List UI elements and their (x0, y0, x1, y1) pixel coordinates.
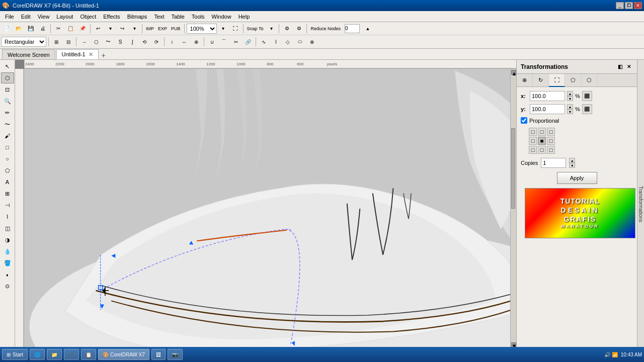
straight-btn[interactable]: ⌇ (270, 36, 281, 47)
transform-mirror-tab[interactable]: ⬡ (581, 74, 597, 87)
menu-bitmaps[interactable]: Bitmaps (124, 13, 150, 21)
menu-object[interactable]: Object (77, 13, 99, 21)
pick-tool[interactable]: ↖ (1, 61, 14, 72)
tab-untitled[interactable]: Untitled-1 ✕ (56, 49, 99, 59)
print-button[interactable]: 🖨 (37, 23, 48, 34)
curve-btn1[interactable]: ∪ (206, 36, 217, 47)
redo-list-button[interactable]: ▾ (129, 23, 140, 34)
node-btn4[interactable]: ⬡ (91, 36, 102, 47)
copies-input[interactable] (541, 158, 566, 168)
title-bar-right[interactable]: _ ⧠ ✕ (616, 2, 642, 9)
align-btn1[interactable]: ↕ (167, 36, 178, 47)
transform-rotate-tab[interactable]: ↻ (533, 74, 549, 87)
taskbar-app1[interactable]: 📋 (81, 349, 96, 360)
menu-effects[interactable]: Effects (100, 13, 123, 21)
export-button[interactable]: EXP (156, 23, 169, 34)
copy-button[interactable]: 📋 (65, 23, 76, 34)
nodes-input[interactable] (345, 24, 360, 33)
tab-welcome[interactable]: Welcome Screen (2, 49, 55, 59)
anchor-tl[interactable]: □ (529, 128, 537, 136)
x-input[interactable] (530, 91, 565, 101)
panel-close-button[interactable]: ✕ (625, 63, 633, 71)
panel-pin-button[interactable]: ◧ (616, 63, 624, 71)
redo-button[interactable]: ↪ (117, 23, 128, 34)
copies-up-button[interactable]: ▲ (569, 158, 575, 163)
eyedropper-tool[interactable]: 💧 (1, 246, 14, 257)
snap-to-button[interactable]: Snap To (246, 23, 265, 34)
nodes-input-area[interactable] (343, 23, 361, 34)
menu-view[interactable]: View (35, 13, 53, 21)
node-btn2[interactable]: ⊟ (63, 36, 74, 47)
shape-tool[interactable]: ⬡ (1, 72, 14, 83)
menu-help[interactable]: Help (235, 13, 253, 21)
anchor-tr[interactable]: □ (547, 128, 555, 136)
full-screen-button[interactable]: ⛶ (230, 23, 241, 34)
zoom-select[interactable]: 100% (187, 24, 217, 34)
zoom-tool[interactable]: 🔍 (1, 96, 14, 107)
taskbar-ie[interactable]: 🌐 (30, 349, 45, 360)
freehand-tool[interactable]: ✏ (1, 107, 14, 118)
crop-tool[interactable]: ⊡ (1, 84, 14, 95)
scroll-bar-right[interactable]: ▲ ▼ (510, 69, 516, 348)
shape-type-select[interactable]: Rectangular (1, 37, 46, 47)
anchor-bl[interactable]: □ (529, 146, 537, 154)
smart-fill-tool[interactable]: ⊙ (1, 281, 14, 292)
apply-button[interactable]: Apply (557, 172, 597, 184)
menu-file[interactable]: File (2, 13, 17, 21)
ellipse-tool[interactable]: ○ (1, 153, 14, 164)
fill-tool[interactable]: 🪣 (1, 257, 14, 268)
anchor-ml[interactable]: □ (529, 137, 537, 145)
undo-list-button[interactable]: ▾ (105, 23, 116, 34)
x-lock-button[interactable]: ⬛ (582, 91, 592, 101)
nodes-up-btn[interactable]: ▲ (362, 23, 373, 34)
artistic-media-tool[interactable]: 🖌 (1, 130, 14, 141)
anchor-center[interactable]: ■ (538, 137, 546, 145)
scroll-up-button[interactable]: ▲ (511, 70, 516, 75)
minimize-button[interactable]: _ (616, 2, 624, 9)
options-btn1[interactable]: ⚙ (281, 23, 292, 34)
parallel-dim-tool[interactable]: ⊣ (1, 200, 14, 211)
tab-close-icon[interactable]: ✕ (89, 51, 93, 58)
copies-down-button[interactable]: ▼ (569, 163, 575, 168)
node-btn5[interactable]: 〜 (103, 36, 114, 47)
polygon-tool[interactable]: ⬠ (1, 165, 14, 176)
anchor-br[interactable]: □ (547, 146, 555, 154)
snap-options-button[interactable]: ▾ (266, 23, 277, 34)
canvas-content[interactable]: ▲ ▼ (24, 69, 516, 348)
canvas-area[interactable]: 2400 2200 2000 1800 1600 1400 1200 1000 … (15, 60, 516, 348)
transform-skew-tab[interactable]: ⬠ (565, 74, 581, 87)
anchor-tm[interactable]: □ (538, 128, 546, 136)
taskbar-media[interactable]: 🎵 (64, 349, 79, 360)
drop-shadow-tool[interactable]: ◫ (1, 223, 14, 234)
transparency-tool[interactable]: ◑ (1, 234, 14, 245)
interactive-fill-tool[interactable]: ⬧ (1, 269, 14, 280)
new-button[interactable]: 📄 (1, 23, 12, 34)
rect-tool[interactable]: □ (1, 142, 14, 153)
transform-scale-tab[interactable]: ⛶ (549, 74, 565, 87)
taskbar-app3[interactable]: 🖼 (151, 349, 166, 360)
restore-button[interactable]: ⧠ (625, 2, 633, 9)
save-button[interactable]: 💾 (25, 23, 36, 34)
menu-table[interactable]: Table (169, 13, 188, 21)
tab-add-button[interactable]: + (100, 51, 108, 59)
cut-button[interactable]: ✂ (53, 23, 64, 34)
side-tab-transformations[interactable]: Transformations (637, 60, 644, 348)
anchor-mr[interactable]: □ (547, 137, 555, 145)
node-btn8[interactable]: ⟲ (139, 36, 150, 47)
menu-window[interactable]: Window (209, 13, 234, 21)
close-button[interactable]: ✕ (634, 2, 642, 9)
scroll-thumb-right[interactable] (511, 128, 515, 209)
taskbar-explorer[interactable]: 📁 (47, 349, 62, 360)
connector-tool[interactable]: ⌇ (1, 211, 14, 222)
options-btn2[interactable]: ⚙ (293, 23, 304, 34)
reduce-nodes-button[interactable]: Reduce Nodes (309, 23, 342, 34)
publish-button[interactable]: PUB (170, 23, 182, 34)
x-down-button[interactable]: ▼ (567, 96, 573, 101)
curve-btn2[interactable]: ⌒ (218, 36, 229, 47)
break-btn[interactable]: ✂ (230, 36, 242, 47)
node-btn9[interactable]: ⟳ (151, 36, 162, 47)
zoom-options-button[interactable]: ▾ (218, 23, 229, 34)
import-button[interactable]: IMP (144, 23, 155, 34)
start-button[interactable]: ⊞ Start (2, 349, 28, 360)
node-btn7[interactable]: ∫ (127, 36, 138, 47)
